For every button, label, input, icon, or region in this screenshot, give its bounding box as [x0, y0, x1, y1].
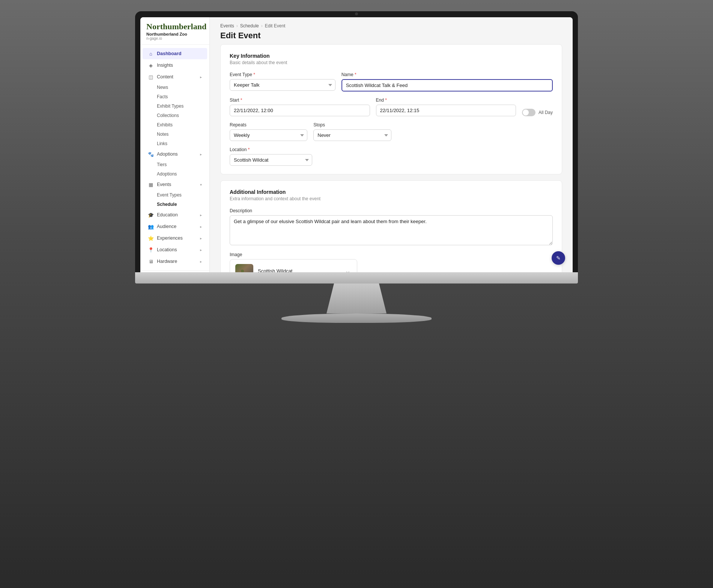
form-group-end: End * — [376, 98, 516, 116]
breadcrumb-current: Edit Event — [265, 23, 286, 28]
form-row-location: Location * Scottish Wildcat Lion Enclosu… — [230, 147, 553, 166]
end-input[interactable] — [376, 105, 516, 116]
form-group-image: Image — [230, 252, 553, 272]
start-input[interactable] — [230, 105, 370, 116]
sidebar-item-adoptions[interactable]: 🐾 Adoptions ▸ — [143, 148, 207, 160]
sidebar-subitem-label: Tiers — [157, 162, 167, 167]
sidebar-subitem-tiers[interactable]: Tiers — [143, 160, 207, 169]
sidebar-subitem-notes[interactable]: Notes — [143, 130, 207, 139]
chevron-right-icon: ▸ — [200, 248, 202, 252]
experiences-icon: ⭐ — [148, 235, 154, 241]
chevron-right-icon: ▸ — [200, 225, 202, 229]
sidebar-item-label: Adoptions — [157, 152, 178, 157]
image-info: Scottish Wildcat image/jpeg — [258, 268, 292, 273]
sidebar-subitem-label: Exhibits — [157, 122, 173, 128]
sidebar-item-education[interactable]: 🎓 Education ▸ — [143, 209, 207, 220]
description-label: Description — [230, 208, 553, 213]
sidebar-item-dashboard[interactable]: ⌂ Dashboard — [143, 48, 207, 59]
key-info-title: Key Information — [230, 53, 553, 59]
sidebar-subitem-label: Adoptions — [157, 171, 177, 177]
sidebar-item-experiences[interactable]: ⭐ Experiences ▸ — [143, 232, 207, 244]
form-group-start: Start * — [230, 98, 370, 116]
sidebar-item-label: Locations — [157, 247, 177, 252]
sidebar-subitem-label: Facts — [157, 94, 168, 99]
edit-fab[interactable]: ✎ — [552, 251, 565, 265]
sidebar-subitem-collections[interactable]: Collections — [143, 111, 207, 120]
monitor-stand-foot — [281, 314, 432, 323]
sidebar-item-label: Audience — [157, 224, 176, 229]
allday-label-spacer — [522, 100, 553, 105]
org-sub: n-gage.io — [146, 36, 203, 40]
sidebar-item-hardware[interactable]: 🖥 Hardware ▸ — [143, 256, 207, 267]
sidebar-footer: BH Bryan Hoare ⇥ — [140, 270, 209, 272]
description-textarea[interactable]: Get a glimpse of our elusive Scottish Wi… — [230, 215, 553, 245]
education-icon: 🎓 — [148, 212, 154, 218]
breadcrumb-sep-1: › — [236, 23, 238, 28]
form-group-location: Location * Scottish Wildcat Lion Enclosu… — [230, 147, 312, 166]
content-icon: ◫ — [148, 74, 154, 80]
required-marker: * — [252, 72, 255, 77]
sidebar-subitem-links[interactable]: Links — [143, 139, 207, 148]
monitor-stand-neck — [319, 284, 394, 314]
breadcrumb-schedule[interactable]: Schedule — [240, 23, 259, 28]
sidebar-subitem-label: Links — [157, 141, 167, 146]
sidebar-subitem-label: News — [157, 85, 168, 90]
chevron-right-icon: ▸ — [200, 213, 202, 217]
sidebar-nav: ⌂ Dashboard ◈ Insights ◫ Content ▸ — [140, 45, 209, 270]
image-preview-container: Scottish Wildcat image/jpeg — [235, 264, 292, 272]
sidebar-subitem-exhibit-types[interactable]: Exhibit Types — [143, 102, 207, 111]
sidebar-item-label: Hardware — [157, 259, 177, 264]
location-select[interactable]: Scottish Wildcat Lion Enclosure Reptile … — [230, 154, 312, 166]
all-day-label: All Day — [539, 110, 553, 115]
breadcrumb-sep-2: › — [261, 23, 263, 28]
sidebar-subitem-event-types[interactable]: Event Types — [143, 190, 207, 200]
image-label: Image — [230, 252, 553, 257]
monitor-stand-base — [135, 272, 578, 284]
image-remove-button[interactable]: ✕ — [344, 268, 352, 272]
all-day-toggle[interactable] — [522, 109, 536, 116]
sidebar-subitem-adoptions[interactable]: Adoptions — [143, 170, 207, 178]
sidebar-item-insights[interactable]: ◈ Insights — [143, 60, 207, 71]
sidebar-item-events[interactable]: ▦ Events ▾ — [143, 179, 207, 190]
form-group-stops: Stops Never After On Date — [313, 122, 391, 141]
page-title: Edit Event — [220, 31, 562, 40]
form-group-description: Description Get a glimpse of our elusive… — [230, 208, 553, 245]
sidebar: Northumberland Northumberland Zoo n-gage… — [140, 17, 210, 272]
image-placeholder — [235, 264, 253, 272]
required-marker: * — [353, 72, 356, 77]
breadcrumb: Events › Schedule › Edit Event — [220, 23, 562, 28]
chevron-right-icon: ▸ — [200, 75, 202, 79]
sidebar-subitem-facts[interactable]: Facts — [143, 92, 207, 101]
additional-info-subtitle: Extra information and context about the … — [230, 196, 553, 201]
form-group-allday: All Day — [522, 98, 553, 116]
event-type-select[interactable]: Keeper Talk Feeding Talk Workshop — [230, 79, 335, 91]
audience-icon: 👥 — [148, 224, 154, 230]
sidebar-subitem-exhibits[interactable]: Exhibits — [143, 120, 207, 129]
start-label: Start * — [230, 98, 370, 103]
sidebar-subitem-news[interactable]: News — [143, 83, 207, 92]
all-day-toggle-container: All Day — [522, 107, 553, 116]
image-preview — [235, 264, 253, 272]
repeats-select[interactable]: Weekly Never Daily Monthly — [230, 129, 307, 141]
sidebar-item-label: Education — [157, 212, 178, 218]
sidebar-subitem-label: Exhibit Types — [157, 104, 184, 109]
edit-fab-icon: ✎ — [556, 255, 561, 261]
stops-select[interactable]: Never After On Date — [313, 129, 391, 141]
org-name: Northumberland Zoo — [146, 32, 203, 36]
sidebar-item-label: Experiences — [157, 236, 183, 241]
additional-info-card: Additional Information Extra information… — [220, 180, 562, 272]
sidebar-subitem-schedule[interactable]: Schedule — [143, 200, 207, 209]
sidebar-subitem-label: Schedule — [157, 202, 177, 207]
sidebar-item-locations[interactable]: 📍 Locations ▸ — [143, 244, 207, 255]
form-group-event-type: Event Type * Keeper Talk Feeding Talk Wo… — [230, 72, 335, 92]
chevron-right-icon: ▸ — [200, 260, 202, 264]
stops-label: Stops — [313, 122, 391, 128]
sidebar-item-audience[interactable]: 👥 Audience ▸ — [143, 221, 207, 232]
name-input[interactable] — [341, 79, 553, 92]
breadcrumb-events[interactable]: Events — [220, 23, 234, 28]
sidebar-subitem-label: Notes — [157, 132, 168, 137]
chevron-right-icon: ▸ — [200, 152, 202, 156]
sidebar-item-content[interactable]: ◫ Content ▸ — [143, 71, 207, 82]
adoptions-icon: 🐾 — [148, 151, 154, 157]
form-row-dates: Start * End * — [230, 98, 553, 116]
